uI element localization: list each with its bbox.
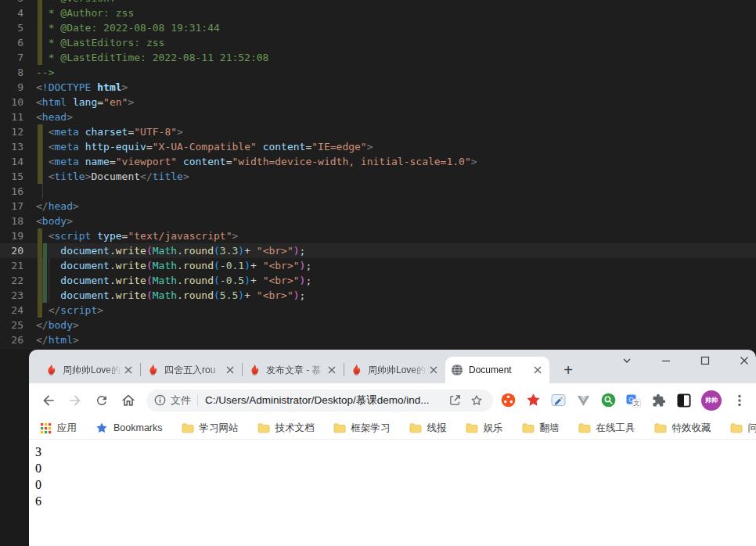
code-line[interactable]: 25</body> [0,318,756,332]
line-number: 17 [0,199,23,214]
maximize-button[interactable] [700,355,711,366]
vue-devtools-extension[interactable] [576,393,591,408]
bookmark-item[interactable]: 框架学习 [333,422,391,435]
code-line[interactable]: 13 <meta http-equiv="X-UA-Compatible" co… [0,139,756,154]
code-text: <!DOCTYPE html> [36,80,128,95]
line-number: 9 [0,80,23,95]
code-editor[interactable]: 3 * @Version: 4 * @Author: zss5 * @Date:… [0,0,756,350]
code-text: document.write(Math.round(3.3)+ "<br>"); [36,243,305,258]
note-pencil-extension[interactable] [551,393,566,408]
line-number: 19 [0,228,23,243]
profile-avatar[interactable]: 帅帅 [701,390,722,411]
output-line: 0 [35,476,756,493]
bookmark-item[interactable]: 特效收藏 [654,422,711,435]
code-line[interactable]: 10<html lang="en"> [0,95,756,110]
red-star-extension [526,393,541,408]
info-icon[interactable] [154,394,166,406]
code-line[interactable]: 20 document.write(Math.round(3.3)+ "<br>… [0,243,756,258]
orange-swirl-extension[interactable] [501,393,516,408]
code-line[interactable]: 24 </script> [0,303,756,318]
bookmark-item[interactable]: 问题总结 [730,422,756,435]
address-bar[interactable]: 文件 C:/Users/Administrator/Desktop/慕课demo… [146,390,493,411]
new-tab-button[interactable]: + [557,359,579,381]
browser-tab[interactable]: 发布文章 - 慕 [243,357,344,383]
code-line[interactable]: 18<body> [0,214,756,228]
bookmark-item[interactable]: 学习网站 [182,422,239,435]
kebab-menu-button[interactable] [732,393,747,408]
bookmark-item[interactable]: 技术文档 [257,422,315,435]
code-line[interactable]: 16 [0,184,756,199]
code-line[interactable]: 6 * @LastEditors: zss [0,35,756,50]
browser-tab[interactable]: 周帅帅Love的 [39,357,140,383]
folder-icon [522,422,535,433]
code-text: document.write(Math.round(5.5)+ "<br>"); [36,288,305,303]
back-button[interactable] [38,390,59,411]
reload-button[interactable] [92,390,112,411]
flame-favicon [146,364,159,376]
tab-search-chevron-button[interactable] [621,355,632,366]
svg-text:文: 文 [633,400,639,407]
code-line[interactable]: 17</head> [0,199,756,214]
bookmark-item[interactable]: 线报 [409,422,447,435]
code-line[interactable]: 19 <script type="text/javascript"> [0,228,756,243]
tab-close-button[interactable] [122,364,135,376]
share-button[interactable] [446,392,463,409]
code-line[interactable]: 5 * @Date: 2022-08-08 19:31:44 [0,20,756,35]
code-line[interactable]: 12 <meta charset="UTF-8"> [0,124,756,139]
code-text: <script type="text/javascript"> [36,228,238,243]
red-star-extension[interactable] [526,393,541,408]
code-line[interactable]: 8--> [0,65,756,80]
home-button[interactable] [118,390,139,411]
tab-title: Document [469,365,531,375]
dark-mode-extension[interactable] [676,393,691,408]
line-number: 5 [0,20,23,35]
browser-tab[interactable]: 四舍五入rou [141,357,242,383]
browser-toolbar: 文件 C:/Users/Administrator/Desktop/慕课demo… [29,383,756,417]
url-text[interactable]: C:/Users/Administrator/Desktop/慕课demo/in… [205,393,441,408]
minimize-button[interactable] [661,355,671,366]
bookmark-item[interactable]: 翻墙 [522,422,560,435]
bookmark-item[interactable]: Bookmarks [95,422,163,434]
code-line[interactable]: 21 document.write(Math.round(-0.1)+ "<br… [0,258,756,273]
tab-title: 周帅帅Love的 [368,364,427,377]
code-text: <title>Document</title> [36,169,189,184]
code-line[interactable]: 9<!DOCTYPE html> [0,80,756,95]
code-line[interactable]: 26</html> [0,332,756,347]
code-line[interactable]: 3 * @Version: [0,0,756,5]
code-text: <body> [36,214,73,228]
tab-close-button[interactable] [224,364,236,376]
bookmark-item[interactable]: 应用 [40,422,77,435]
tabs-container: 周帅帅Love的四舍五入rou发布文章 - 慕周帅帅Love的Document+ [39,357,579,383]
browser-tab-active[interactable]: Document [445,357,549,383]
line-number: 8 [0,65,23,80]
bookmark-item[interactable]: 在线工具 [578,422,635,435]
tab-close-x [226,366,234,374]
bookmark-item[interactable]: 娱乐 [466,422,503,435]
forward-button[interactable] [65,390,85,411]
maximize [700,355,711,366]
dark-mode-extension [677,393,691,408]
flame-favicon [350,364,362,376]
code-line[interactable]: 4 * @Author: zss [0,5,756,20]
line-number: 20 [0,243,23,258]
browser-tab[interactable]: 周帅帅Love的 [344,357,445,383]
code-line[interactable]: 15 <title>Document</title> [0,169,756,184]
tab-title: 发布文章 - 慕 [266,364,326,377]
code-line[interactable]: 7 * @LastEditTime: 2022-08-11 21:52:08 [0,50,756,65]
puzzle-extensions[interactable] [651,393,666,408]
tab-close-button[interactable] [326,364,338,376]
translate-extension[interactable]: G文 [626,393,641,408]
tab-close-button[interactable] [531,364,544,376]
code-line[interactable]: 22 document.write(Math.round(-0.5)+ "<br… [0,273,756,288]
green-search-extension[interactable] [601,393,616,408]
tab-close-button[interactable] [427,364,440,376]
code-line[interactable]: 14 <meta name="viewport" content="width=… [0,154,756,169]
line-number: 13 [0,139,23,154]
line-number: 21 [0,258,23,273]
bookmark-star-button[interactable] [468,392,485,409]
bookmark-label: 娱乐 [484,422,503,435]
puzzle-extensions [652,393,666,408]
code-line[interactable]: 11<head> [0,110,756,124]
code-line[interactable]: 23 document.write(Math.round(5.5)+ "<br>… [0,288,756,303]
close-button[interactable] [739,355,750,366]
